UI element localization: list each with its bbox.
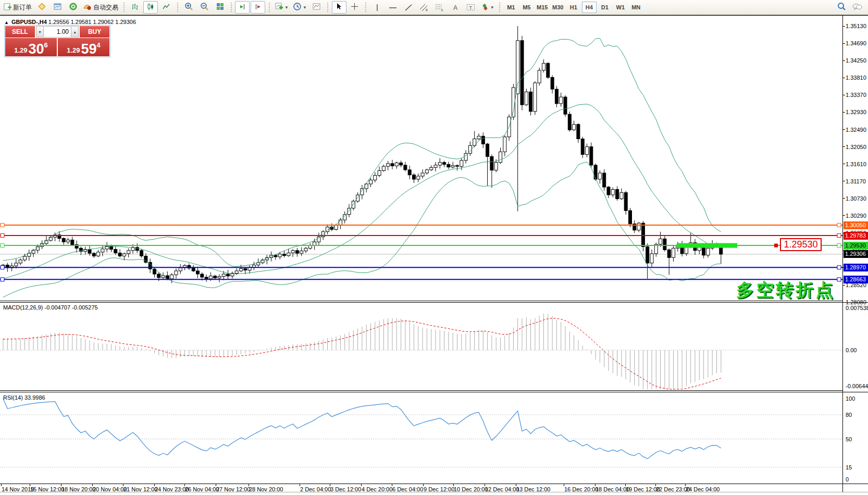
highlight-green-bar[interactable] [677,243,737,248]
candlestick-chart-button[interactable] [143,1,158,14]
time-tick-label: 6 Dec 04:00 [392,486,423,492]
time-tick-label: 18 Nov 20:00 [61,486,95,492]
vertical-line-button[interactable] [370,1,385,14]
buy-price-tile[interactable]: 1.29 59 4 [58,38,109,56]
timeframe-button-m30[interactable]: M30 [551,2,565,13]
line-anchor[interactable] [837,244,841,247]
bar-chart-button[interactable] [128,1,142,14]
macd-tick-label: -0.006446 [846,383,868,389]
time-tick-label: 13 Dec 12:00 [516,486,550,492]
timeframe-button-m15[interactable]: M15 [535,2,550,13]
chart-title: ▲GBPUSD-,H4 1.29556 1.29581 1.29062 1.29… [4,19,136,25]
line-anchor[interactable] [837,278,841,281]
indicators-icon [312,2,321,13]
sell-price-sup: 6 [44,41,48,49]
rsi-tick-label: 15 [846,464,852,471]
auto-scroll-button[interactable] [235,1,250,14]
volume-increase-button[interactable]: ▲ [71,26,79,38]
sell-price-tile[interactable]: 1.29 30 6 [5,38,57,56]
chevron-down-icon: ▼ [303,5,307,10]
toolbar-grip [268,3,270,12]
market-watch-button[interactable] [50,1,65,14]
market-watch-icon [53,2,62,13]
volume-decrease-button[interactable]: ▼ [36,26,44,38]
rsi-tick-label: 0 [846,476,849,482]
price-level-tag[interactable]: 1.28663 [844,276,868,283]
price-tick-label: 1.33370 [846,92,866,98]
horizontal-line-objects[interactable] [0,224,842,281]
timeframe-button-d1[interactable]: D1 [598,2,612,13]
line-anchor[interactable] [1,278,4,281]
timeframe-button-h1[interactable]: H1 [566,2,581,13]
community-chat-button[interactable] [850,1,864,14]
time-tick-label: 14 Nov 2019 [2,486,34,492]
equidistant-channel-button[interactable]: E [417,1,431,14]
auto-trading-icon [83,2,92,13]
line-anchor[interactable] [1,234,4,238]
line-anchor[interactable] [1,224,4,227]
sell-price-small: 1.29 [14,46,27,54]
line-anchor[interactable] [1,244,4,247]
line-anchor[interactable] [1,266,4,269]
chart-annotation-text[interactable]: 多空转折点 [736,278,835,302]
macd-label: MACD(12,26,9) -0.004707 -0.005275 [3,304,98,311]
chart-area[interactable] [0,0,868,495]
time-tick-label: 24 Nov 23:00 [155,486,189,492]
zoom-out-button[interactable] [197,1,212,14]
period-button[interactable]: ▼ [291,1,308,14]
indicator-grid-lines [0,350,842,467]
text-button[interactable]: A [448,1,463,14]
price-tick-mark [842,112,845,113]
tile-windows-icon [216,2,225,13]
price-level-tag[interactable]: 1.28970 [844,264,868,271]
line-anchor[interactable] [837,266,841,269]
toolbar-grip [176,3,179,12]
price-level-tag[interactable]: 1.29783 [844,232,868,240]
price-level-tag[interactable]: 1.29530 [844,242,868,250]
timeframe-button-m5[interactable]: M5 [519,2,534,13]
collapse-panel-icon[interactable]: ▲ [4,20,9,25]
rsi-label: RSI(14) 33.9986 [3,394,45,401]
navigator-button[interactable] [66,1,80,14]
toolbar-right-group [834,1,868,14]
fibonacci-button[interactable]: F [432,1,447,14]
toolbar-group-scroll [233,0,267,15]
zoom-in-button[interactable] [181,1,196,14]
line-chart-icon [162,3,170,13]
crosshair-button[interactable] [348,1,362,14]
search-button[interactable] [834,1,849,14]
new-chart-button[interactable]: ▼ [273,1,290,14]
tile-windows-button[interactable] [213,1,227,14]
auto-trading-button[interactable]: 自动交易 [81,1,120,14]
navigator-icon [69,2,78,13]
line-anchor[interactable] [837,234,841,238]
horizontal-line-button[interactable] [386,1,400,14]
toolbar-group-chart-type [126,0,175,15]
line-chart-button[interactable] [159,1,173,14]
toolbar-grip [327,3,329,12]
timeframe-button-w1[interactable]: W1 [613,2,628,13]
timeframe-button-mn[interactable]: MN [629,2,643,13]
rsi-line [3,399,721,459]
new-order-button[interactable]: 新订单 [2,1,33,14]
macd-tick-label: 0.00 [846,347,857,353]
arrows-button[interactable]: ▼ [479,1,496,14]
chart-shift-icon [254,3,262,13]
cursor-button[interactable] [332,1,346,14]
buy-button[interactable]: BUY [80,26,109,38]
line-drag-handle[interactable] [774,244,778,247]
chart-shift-button[interactable] [251,1,265,14]
timeframe-button-h4[interactable]: H4 [582,2,597,13]
line-anchor[interactable] [837,224,841,227]
current-price-tag[interactable]: 1.29306 [844,250,868,258]
chat-icon [852,2,862,13]
price-level-tag[interactable]: 1.30050 [844,221,868,229]
indicators-button[interactable] [309,1,324,14]
quotes-button[interactable] [34,1,49,14]
volume-input[interactable] [44,26,71,38]
timeframe-button-m1[interactable]: M1 [504,2,518,13]
price-label-box[interactable]: 1.29530 [780,238,822,251]
sell-button[interactable]: SELL [5,26,35,38]
text-label-button[interactable]: T [464,1,478,14]
trendline-button[interactable] [401,1,416,14]
